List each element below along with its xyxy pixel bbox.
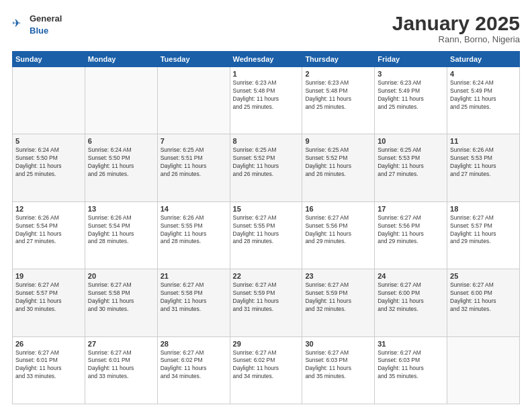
calendar-cell: 20Sunrise: 6:27 AM Sunset: 5:58 PM Dayli… [85, 269, 157, 336]
calendar-cell: 8Sunrise: 6:25 AM Sunset: 5:52 PM Daylig… [230, 134, 302, 201]
calendar-week-row: 26Sunrise: 6:27 AM Sunset: 6:01 PM Dayli… [13, 336, 520, 404]
day-number: 10 [378, 137, 444, 145]
calendar-week-row: 19Sunrise: 6:27 AM Sunset: 5:57 PM Dayli… [13, 269, 520, 336]
calendar-cell: 5Sunrise: 6:24 AM Sunset: 5:50 PM Daylig… [13, 134, 85, 201]
calendar-cell: 17Sunrise: 6:27 AM Sunset: 5:56 PM Dayli… [375, 201, 447, 269]
day-info: Sunrise: 6:27 AM Sunset: 6:03 PM Dayligh… [378, 349, 444, 381]
svg-text:✈: ✈ [12, 17, 21, 29]
calendar-subtitle: Rann, Borno, Nigeria [392, 34, 520, 44]
calendar-cell: 16Sunrise: 6:27 AM Sunset: 5:56 PM Dayli… [302, 201, 375, 269]
calendar-cell: 14Sunrise: 6:26 AM Sunset: 5:55 PM Dayli… [157, 201, 230, 269]
day-info: Sunrise: 6:27 AM Sunset: 5:59 PM Dayligh… [305, 281, 371, 314]
day-of-week-header: Thursday [302, 52, 375, 67]
day-number: 1 [233, 70, 300, 78]
calendar-cell: 18Sunrise: 6:27 AM Sunset: 5:57 PM Dayli… [447, 201, 520, 269]
day-number: 14 [161, 205, 227, 213]
day-number: 20 [88, 272, 154, 280]
day-info: Sunrise: 6:26 AM Sunset: 5:53 PM Dayligh… [450, 146, 517, 179]
title-block: January 2025 Rann, Borno, Nigeria [392, 12, 520, 44]
day-number: 21 [161, 272, 227, 280]
calendar-cell: 13Sunrise: 6:26 AM Sunset: 5:54 PM Dayli… [85, 201, 157, 269]
day-info: Sunrise: 6:27 AM Sunset: 5:59 PM Dayligh… [233, 281, 300, 314]
calendar-cell [447, 336, 520, 404]
calendar-cell: 21Sunrise: 6:27 AM Sunset: 5:58 PM Dayli… [157, 269, 230, 336]
header: ✈ General Blue January 2025 Rann, Borno,… [12, 12, 520, 44]
day-of-week-header: Friday [375, 52, 447, 67]
day-number: 12 [15, 205, 82, 213]
calendar-cell: 15Sunrise: 6:27 AM Sunset: 5:55 PM Dayli… [230, 201, 302, 269]
calendar-cell: 9Sunrise: 6:25 AM Sunset: 5:52 PM Daylig… [302, 134, 375, 201]
calendar-cell: 23Sunrise: 6:27 AM Sunset: 5:59 PM Dayli… [302, 269, 375, 336]
day-number: 24 [378, 272, 444, 280]
day-info: Sunrise: 6:27 AM Sunset: 5:57 PM Dayligh… [15, 281, 82, 314]
day-number: 26 [15, 340, 82, 348]
day-info: Sunrise: 6:27 AM Sunset: 5:55 PM Dayligh… [233, 214, 300, 246]
calendar-cell: 19Sunrise: 6:27 AM Sunset: 5:57 PM Dayli… [13, 269, 85, 336]
day-info: Sunrise: 6:23 AM Sunset: 5:49 PM Dayligh… [378, 79, 444, 111]
day-number: 16 [305, 205, 371, 213]
day-number: 8 [233, 137, 300, 145]
logo-text-blue: Blue [30, 26, 48, 36]
calendar-cell: 3Sunrise: 6:23 AM Sunset: 5:49 PM Daylig… [375, 67, 447, 134]
day-info: Sunrise: 6:27 AM Sunset: 6:03 PM Dayligh… [305, 349, 371, 381]
calendar-cell: 31Sunrise: 6:27 AM Sunset: 6:03 PM Dayli… [375, 336, 447, 404]
calendar-cell: 1Sunrise: 6:23 AM Sunset: 5:48 PM Daylig… [230, 67, 302, 134]
calendar-cell: 4Sunrise: 6:24 AM Sunset: 5:49 PM Daylig… [447, 67, 520, 134]
day-number: 6 [88, 137, 154, 145]
day-number: 15 [233, 205, 300, 213]
day-number: 30 [305, 340, 371, 348]
calendar-cell: 2Sunrise: 6:23 AM Sunset: 5:48 PM Daylig… [302, 67, 375, 134]
day-info: Sunrise: 6:23 AM Sunset: 5:48 PM Dayligh… [305, 79, 371, 111]
day-number: 17 [378, 205, 444, 213]
day-of-week-header: Saturday [447, 52, 520, 67]
day-info: Sunrise: 6:27 AM Sunset: 6:02 PM Dayligh… [233, 349, 300, 381]
day-info: Sunrise: 6:23 AM Sunset: 5:48 PM Dayligh… [233, 79, 300, 111]
day-info: Sunrise: 6:26 AM Sunset: 5:55 PM Dayligh… [161, 214, 227, 246]
day-info: Sunrise: 6:24 AM Sunset: 5:50 PM Dayligh… [15, 146, 82, 179]
day-number: 28 [161, 340, 227, 348]
logo-text-general: General [30, 13, 62, 24]
day-number: 11 [450, 137, 517, 145]
day-info: Sunrise: 6:24 AM Sunset: 5:49 PM Dayligh… [450, 79, 517, 111]
day-of-week-header: Monday [85, 52, 157, 67]
calendar-cell: 11Sunrise: 6:26 AM Sunset: 5:53 PM Dayli… [447, 134, 520, 201]
day-number: 23 [305, 272, 371, 280]
day-number: 19 [15, 272, 82, 280]
day-info: Sunrise: 6:27 AM Sunset: 5:56 PM Dayligh… [378, 214, 444, 246]
day-info: Sunrise: 6:26 AM Sunset: 5:54 PM Dayligh… [15, 214, 82, 246]
day-number: 5 [15, 137, 82, 145]
day-info: Sunrise: 6:27 AM Sunset: 6:00 PM Dayligh… [450, 281, 517, 314]
calendar-cell [13, 67, 85, 134]
calendar-cell: 6Sunrise: 6:24 AM Sunset: 5:50 PM Daylig… [85, 134, 157, 201]
day-of-week-header: Wednesday [230, 52, 302, 67]
day-info: Sunrise: 6:27 AM Sunset: 5:56 PM Dayligh… [305, 214, 371, 246]
day-of-week-header: Tuesday [157, 52, 230, 67]
calendar-week-row: 5Sunrise: 6:24 AM Sunset: 5:50 PM Daylig… [13, 134, 520, 201]
calendar-cell: 30Sunrise: 6:27 AM Sunset: 6:03 PM Dayli… [302, 336, 375, 404]
day-number: 4 [450, 70, 517, 78]
calendar-header-row: SundayMondayTuesdayWednesdayThursdayFrid… [13, 52, 520, 67]
calendar-cell: 28Sunrise: 6:27 AM Sunset: 6:02 PM Dayli… [157, 336, 230, 404]
calendar-week-row: 12Sunrise: 6:26 AM Sunset: 5:54 PM Dayli… [13, 201, 520, 269]
calendar-cell: 7Sunrise: 6:25 AM Sunset: 5:51 PM Daylig… [157, 134, 230, 201]
day-number: 18 [450, 205, 517, 213]
day-info: Sunrise: 6:25 AM Sunset: 5:51 PM Dayligh… [161, 146, 227, 179]
day-number: 9 [305, 137, 371, 145]
calendar-cell: 29Sunrise: 6:27 AM Sunset: 6:02 PM Dayli… [230, 336, 302, 404]
day-number: 31 [378, 340, 444, 348]
calendar-table: SundayMondayTuesdayWednesdayThursdayFrid… [12, 51, 520, 404]
day-info: Sunrise: 6:27 AM Sunset: 6:02 PM Dayligh… [161, 349, 227, 381]
day-info: Sunrise: 6:26 AM Sunset: 5:54 PM Dayligh… [88, 214, 154, 246]
day-number: 27 [88, 340, 154, 348]
day-info: Sunrise: 6:27 AM Sunset: 5:58 PM Dayligh… [88, 281, 154, 314]
day-info: Sunrise: 6:27 AM Sunset: 5:58 PM Dayligh… [161, 281, 227, 314]
calendar-cell: 27Sunrise: 6:27 AM Sunset: 6:01 PM Dayli… [85, 336, 157, 404]
day-number: 2 [305, 70, 371, 78]
calendar-cell: 26Sunrise: 6:27 AM Sunset: 6:01 PM Dayli… [13, 336, 85, 404]
day-number: 7 [161, 137, 227, 145]
day-number: 3 [378, 70, 444, 78]
day-of-week-header: Sunday [13, 52, 85, 67]
day-info: Sunrise: 6:25 AM Sunset: 5:52 PM Dayligh… [233, 146, 300, 179]
day-number: 29 [233, 340, 300, 348]
calendar-cell: 24Sunrise: 6:27 AM Sunset: 6:00 PM Dayli… [375, 269, 447, 336]
